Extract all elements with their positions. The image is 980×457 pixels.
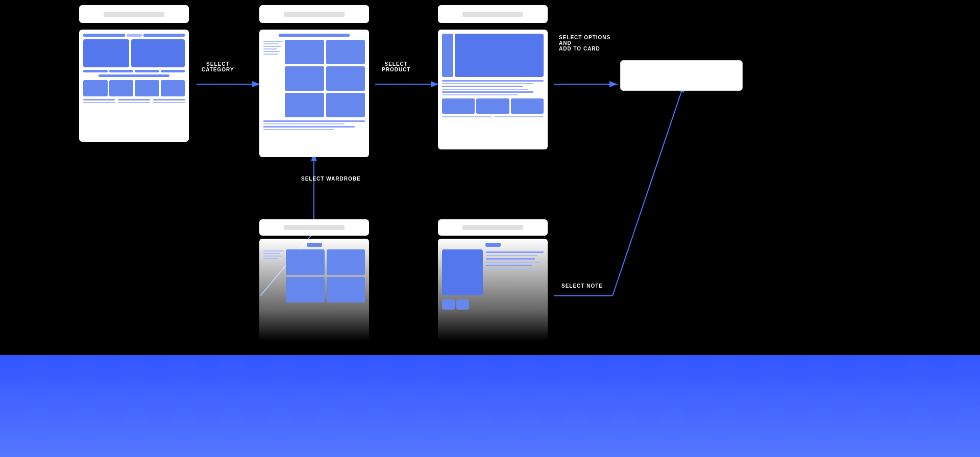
note-top-bar [438, 219, 548, 236]
floor-gradient [0, 355, 980, 457]
cart-options-card [620, 60, 743, 91]
label-select-wardrobe: SELECT WARDROBE [301, 176, 361, 182]
product-detail-top-bar [438, 5, 548, 23]
wardrobe-screen [259, 239, 369, 341]
label-select-category: SELECT CATEGORY [202, 61, 234, 72]
label-select-product: SELECT PRODUCT [382, 61, 410, 72]
svg-line-7 [612, 84, 684, 296]
label-select-note: SELECT NOTE [561, 283, 603, 289]
note-screen [438, 239, 548, 341]
product-list-screen [259, 30, 369, 157]
wardrobe-top-bar [259, 219, 369, 236]
product-list-top-bar [259, 5, 369, 23]
category-screen [79, 30, 189, 142]
category-top-bar [79, 5, 189, 23]
label-select-options: SELECT OPTIONS AND ADD TO CARD [559, 35, 610, 52]
product-detail-screen [438, 30, 548, 149]
